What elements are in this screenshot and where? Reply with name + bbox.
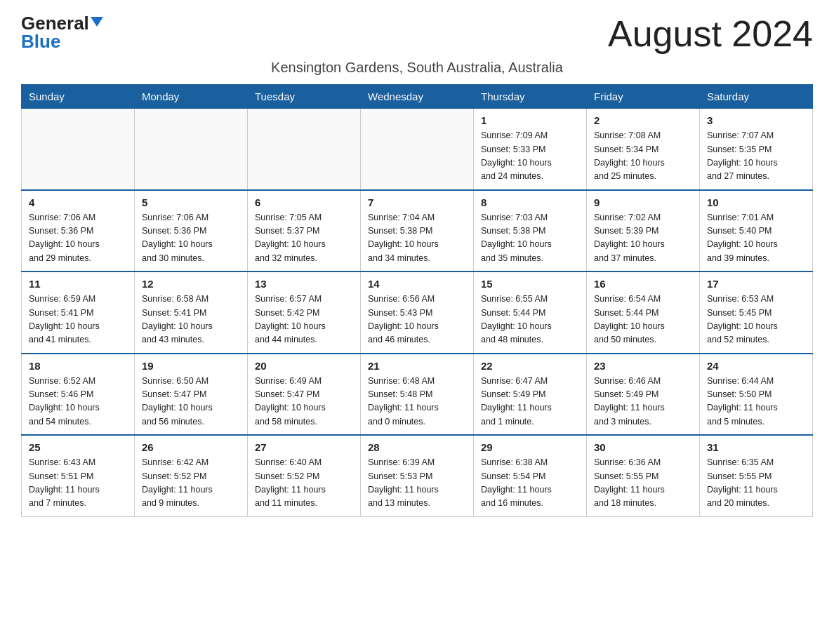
day-info: Sunrise: 6:59 AM Sunset: 5:41 PM Dayligh…: [29, 293, 127, 347]
col-monday: Monday: [135, 85, 248, 109]
table-row: 26Sunrise: 6:42 AM Sunset: 5:52 PM Dayli…: [135, 435, 248, 516]
day-info: Sunrise: 6:47 AM Sunset: 5:49 PM Dayligh…: [481, 375, 579, 429]
logo-triangle-icon: [91, 17, 103, 27]
day-number: 7: [368, 196, 466, 208]
table-row: 2Sunrise: 7:08 AM Sunset: 5:34 PM Daylig…: [587, 109, 700, 190]
day-number: 13: [255, 278, 353, 290]
table-row: 6Sunrise: 7:05 AM Sunset: 5:37 PM Daylig…: [248, 190, 361, 272]
col-friday: Friday: [587, 85, 700, 109]
table-row: 11Sunrise: 6:59 AM Sunset: 5:41 PM Dayli…: [22, 271, 135, 354]
day-number: 2: [594, 114, 692, 126]
day-info: Sunrise: 7:04 AM Sunset: 5:38 PM Dayligh…: [368, 211, 466, 266]
calendar-week-row: 18Sunrise: 6:52 AM Sunset: 5:46 PM Dayli…: [22, 354, 813, 436]
table-row: 17Sunrise: 6:53 AM Sunset: 5:45 PM Dayli…: [700, 271, 813, 354]
table-row: 12Sunrise: 6:58 AM Sunset: 5:41 PM Dayli…: [135, 271, 248, 354]
logo-blue-text: Blue: [21, 31, 60, 52]
day-number: 12: [142, 278, 240, 290]
day-info: Sunrise: 6:43 AM Sunset: 5:51 PM Dayligh…: [29, 456, 127, 511]
table-row: 28Sunrise: 6:39 AM Sunset: 5:53 PM Dayli…: [361, 435, 474, 516]
table-row: 8Sunrise: 7:03 AM Sunset: 5:38 PM Daylig…: [474, 190, 587, 272]
day-number: 14: [368, 278, 466, 290]
table-row: 30Sunrise: 6:36 AM Sunset: 5:55 PM Dayli…: [587, 435, 700, 516]
day-number: 21: [368, 360, 466, 372]
day-info: Sunrise: 6:54 AM Sunset: 5:44 PM Dayligh…: [594, 293, 692, 347]
page-header: General Blue August 2024: [21, 14, 813, 54]
day-info: Sunrise: 6:42 AM Sunset: 5:52 PM Dayligh…: [142, 456, 240, 511]
day-info: Sunrise: 6:49 AM Sunset: 5:47 PM Dayligh…: [255, 375, 353, 429]
col-saturday: Saturday: [700, 85, 813, 109]
day-info: Sunrise: 7:06 AM Sunset: 5:36 PM Dayligh…: [29, 211, 127, 266]
table-row: 13Sunrise: 6:57 AM Sunset: 5:42 PM Dayli…: [248, 271, 361, 354]
table-row: 7Sunrise: 7:04 AM Sunset: 5:38 PM Daylig…: [361, 190, 474, 272]
col-tuesday: Tuesday: [248, 85, 361, 109]
day-number: 4: [29, 196, 127, 208]
day-number: 5: [142, 196, 240, 208]
day-info: Sunrise: 7:06 AM Sunset: 5:36 PM Dayligh…: [142, 211, 240, 266]
day-number: 19: [142, 360, 240, 372]
day-number: 25: [29, 441, 127, 453]
calendar-week-row: 25Sunrise: 6:43 AM Sunset: 5:51 PM Dayli…: [22, 435, 813, 516]
table-row: [22, 109, 135, 190]
table-row: 4Sunrise: 7:06 AM Sunset: 5:36 PM Daylig…: [22, 190, 135, 272]
day-info: Sunrise: 7:05 AM Sunset: 5:37 PM Dayligh…: [255, 211, 353, 266]
day-info: Sunrise: 6:52 AM Sunset: 5:46 PM Dayligh…: [29, 375, 127, 429]
table-row: 19Sunrise: 6:50 AM Sunset: 5:47 PM Dayli…: [135, 354, 248, 436]
day-number: 18: [29, 360, 127, 372]
location-subtitle: Kensington Gardens, South Australia, Aus…: [21, 60, 813, 76]
calendar-week-row: 1Sunrise: 7:09 AM Sunset: 5:33 PM Daylig…: [22, 109, 813, 190]
calendar-header-row: Sunday Monday Tuesday Wednesday Thursday…: [22, 85, 813, 109]
day-info: Sunrise: 7:07 AM Sunset: 5:35 PM Dayligh…: [707, 129, 805, 184]
day-number: 16: [594, 278, 692, 290]
day-info: Sunrise: 6:48 AM Sunset: 5:48 PM Dayligh…: [368, 375, 466, 429]
table-row: [135, 109, 248, 190]
day-number: 6: [255, 196, 353, 208]
day-info: Sunrise: 7:02 AM Sunset: 5:39 PM Dayligh…: [594, 211, 692, 266]
day-info: Sunrise: 6:46 AM Sunset: 5:49 PM Dayligh…: [594, 375, 692, 429]
table-row: 24Sunrise: 6:44 AM Sunset: 5:50 PM Dayli…: [700, 354, 813, 436]
day-number: 24: [707, 360, 805, 372]
table-row: [248, 109, 361, 190]
month-title: August 2024: [608, 14, 813, 54]
table-row: 21Sunrise: 6:48 AM Sunset: 5:48 PM Dayli…: [361, 354, 474, 436]
table-row: 31Sunrise: 6:35 AM Sunset: 5:55 PM Dayli…: [700, 435, 813, 516]
logo-general-text: General: [21, 14, 89, 32]
table-row: 18Sunrise: 6:52 AM Sunset: 5:46 PM Dayli…: [22, 354, 135, 436]
table-row: 22Sunrise: 6:47 AM Sunset: 5:49 PM Dayli…: [474, 354, 587, 436]
table-row: 20Sunrise: 6:49 AM Sunset: 5:47 PM Dayli…: [248, 354, 361, 436]
day-info: Sunrise: 6:53 AM Sunset: 5:45 PM Dayligh…: [707, 293, 805, 347]
table-row: 23Sunrise: 6:46 AM Sunset: 5:49 PM Dayli…: [587, 354, 700, 436]
day-number: 8: [481, 196, 579, 208]
day-number: 11: [29, 278, 127, 290]
day-info: Sunrise: 6:36 AM Sunset: 5:55 PM Dayligh…: [594, 456, 692, 511]
calendar-week-row: 4Sunrise: 7:06 AM Sunset: 5:36 PM Daylig…: [22, 190, 813, 272]
col-thursday: Thursday: [474, 85, 587, 109]
day-info: Sunrise: 6:35 AM Sunset: 5:55 PM Dayligh…: [707, 456, 805, 511]
table-row: 1Sunrise: 7:09 AM Sunset: 5:33 PM Daylig…: [474, 109, 587, 190]
day-number: 26: [142, 441, 240, 453]
col-sunday: Sunday: [22, 85, 135, 109]
table-row: 10Sunrise: 7:01 AM Sunset: 5:40 PM Dayli…: [700, 190, 813, 272]
logo: General Blue: [21, 14, 103, 51]
table-row: 3Sunrise: 7:07 AM Sunset: 5:35 PM Daylig…: [700, 109, 813, 190]
day-info: Sunrise: 7:03 AM Sunset: 5:38 PM Dayligh…: [481, 211, 579, 266]
day-info: Sunrise: 7:01 AM Sunset: 5:40 PM Dayligh…: [707, 211, 805, 266]
calendar-table: Sunday Monday Tuesday Wednesday Thursday…: [21, 84, 813, 517]
day-info: Sunrise: 6:38 AM Sunset: 5:54 PM Dayligh…: [481, 456, 579, 511]
day-number: 10: [707, 196, 805, 208]
table-row: 9Sunrise: 7:02 AM Sunset: 5:39 PM Daylig…: [587, 190, 700, 272]
day-number: 15: [481, 278, 579, 290]
day-number: 28: [368, 441, 466, 453]
table-row: [361, 109, 474, 190]
day-number: 23: [594, 360, 692, 372]
day-number: 3: [707, 114, 805, 126]
day-info: Sunrise: 6:58 AM Sunset: 5:41 PM Dayligh…: [142, 293, 240, 347]
day-number: 1: [481, 114, 579, 126]
day-info: Sunrise: 6:39 AM Sunset: 5:53 PM Dayligh…: [368, 456, 466, 511]
table-row: 27Sunrise: 6:40 AM Sunset: 5:52 PM Dayli…: [248, 435, 361, 516]
day-number: 30: [594, 441, 692, 453]
col-wednesday: Wednesday: [361, 85, 474, 109]
day-number: 27: [255, 441, 353, 453]
day-info: Sunrise: 6:56 AM Sunset: 5:43 PM Dayligh…: [368, 293, 466, 347]
day-number: 22: [481, 360, 579, 372]
day-info: Sunrise: 6:55 AM Sunset: 5:44 PM Dayligh…: [481, 293, 579, 347]
